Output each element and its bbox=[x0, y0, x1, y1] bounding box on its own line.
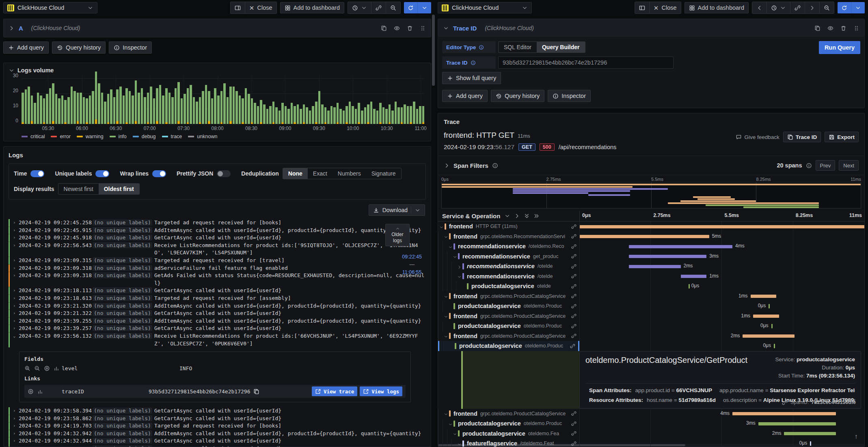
collapse-one-icon[interactable] bbox=[504, 213, 510, 219]
log-row[interactable]: ⌄2024-02-19 09:23:56.132(no unique label… bbox=[9, 332, 426, 347]
refresh-interval-dropdown[interactable] bbox=[851, 2, 865, 13]
close-split-button[interactable]: ✕Close bbox=[245, 2, 276, 13]
target-icon[interactable] bbox=[44, 365, 50, 371]
span-name-cell[interactable]: featureflagservice/oteldemo.Feat bbox=[438, 438, 579, 447]
span-expander[interactable] bbox=[456, 441, 462, 446]
legend-item-info[interactable]: info bbox=[110, 134, 127, 139]
log-row[interactable]: ›2024-02-19 09:23:09.315(no unique label… bbox=[9, 257, 426, 265]
legend-item-trace[interactable]: trace bbox=[162, 134, 182, 139]
span-timeline-cell[interactable]: 1ms bbox=[579, 311, 864, 321]
log-row[interactable]: ›2024-02-19 09:23:58.394(no unique label… bbox=[9, 407, 426, 415]
span-name-cell[interactable]: productcatalogserviceoteldemo.Produc bbox=[438, 301, 579, 311]
log-expand-icon[interactable]: › bbox=[13, 437, 19, 445]
log-row[interactable]: ›2024-02-19 09:23:21.320(no unique label… bbox=[9, 302, 426, 310]
download-button[interactable]: Download bbox=[369, 204, 425, 216]
legend-item-error[interactable]: error bbox=[51, 134, 70, 139]
span-link-icon[interactable] bbox=[571, 264, 579, 269]
legend-item-critical[interactable]: critical bbox=[22, 134, 45, 139]
drag-handle-icon[interactable] bbox=[420, 25, 426, 31]
delete-query-icon[interactable] bbox=[840, 25, 846, 31]
span-expander[interactable] bbox=[451, 431, 458, 436]
add-to-dashboard-button[interactable]: Add to dashboard bbox=[280, 2, 344, 13]
span-duration-bar[interactable] bbox=[743, 334, 794, 338]
span-timeline-cell[interactable]: 2ms bbox=[579, 331, 864, 341]
span-link-icon[interactable] bbox=[571, 421, 579, 426]
expand-all-icon[interactable] bbox=[533, 213, 540, 219]
span-name-cell[interactable]: productcatalogserviceoteldemo.Produc bbox=[438, 419, 579, 429]
span-name-cell[interactable]: frontendgrpc.oteldemo.RecommendationServ… bbox=[438, 232, 579, 242]
close-split-button[interactable]: ✕Close bbox=[649, 2, 681, 13]
span-timeline-cell[interactable]: 3ms bbox=[579, 419, 864, 429]
log-row[interactable]: ›2024-02-19 09:24:47.166(no unique label… bbox=[9, 445, 426, 447]
expand-span-icon[interactable] bbox=[457, 264, 462, 269]
collapse-query-icon[interactable] bbox=[443, 25, 449, 31]
span-duration-bar[interactable] bbox=[784, 432, 836, 435]
log-row[interactable]: ›2024-02-19 09:22:56.543(no unique label… bbox=[9, 242, 426, 257]
span-timeline-cell[interactable]: 3ms bbox=[579, 252, 864, 262]
refresh-button[interactable] bbox=[838, 2, 851, 13]
log-row[interactable]: ›2024-02-19 09:23:21.322(no unique label… bbox=[9, 310, 426, 317]
add-query-button[interactable]: Add query bbox=[3, 41, 49, 54]
span-link-icon[interactable] bbox=[571, 411, 579, 416]
span-duration-bar[interactable] bbox=[769, 304, 770, 308]
span-timeline-cell[interactable]: 0μs bbox=[579, 438, 864, 447]
copy-trace-id-button[interactable]: Trace ID bbox=[783, 132, 821, 142]
dedup-option-exact[interactable]: Exact bbox=[308, 168, 333, 179]
dedup-option-numbers[interactable]: Numbers bbox=[333, 168, 366, 179]
span-expander[interactable] bbox=[451, 254, 458, 258]
log-row[interactable]: ›2024-02-19 09:24:19.703(no unique label… bbox=[9, 422, 426, 430]
span-duration-bar[interactable] bbox=[629, 245, 732, 248]
span-filters-toggle[interactable]: Span Filters bbox=[444, 162, 498, 169]
log-expand-icon[interactable]: › bbox=[13, 265, 19, 272]
log-expand-icon[interactable]: › bbox=[13, 219, 19, 227]
chart-icon[interactable] bbox=[54, 365, 60, 371]
search-minus-icon[interactable] bbox=[34, 365, 40, 371]
span-link-icon[interactable] bbox=[571, 273, 579, 279]
span-duration-bar[interactable] bbox=[771, 324, 773, 328]
collapse-span-icon[interactable] bbox=[444, 411, 448, 416]
target-icon[interactable] bbox=[28, 388, 34, 395]
log-row[interactable]: ›2024-02-19 09:22:45.258(no unique label… bbox=[9, 219, 426, 227]
span-link-icon[interactable] bbox=[571, 441, 579, 446]
minimap-canvas[interactable] bbox=[441, 182, 861, 208]
span-name-cell[interactable]: frontendHTTP GET (11ms) bbox=[438, 221, 579, 232]
span-link-icon[interactable] bbox=[571, 254, 579, 259]
span-duration-bar[interactable] bbox=[629, 255, 706, 258]
log-row[interactable]: ›2024-02-19 09:24:32.944(no unique label… bbox=[9, 437, 426, 445]
collapse-panel-icon[interactable] bbox=[9, 67, 15, 74]
span-link-icon[interactable] bbox=[571, 304, 579, 309]
legend-item-unknown[interactable]: unknown bbox=[188, 134, 217, 139]
permalink-button[interactable] bbox=[371, 2, 386, 13]
split-pane-button[interactable] bbox=[231, 2, 245, 13]
chart-icon[interactable] bbox=[37, 388, 43, 395]
span-link-icon[interactable] bbox=[571, 234, 579, 239]
refresh-interval-dropdown[interactable] bbox=[417, 2, 431, 13]
span-timeline-cell[interactable]: 1ms bbox=[579, 271, 864, 282]
collapse-span-icon[interactable] bbox=[457, 274, 462, 278]
order-option-newest-first[interactable]: Newest first bbox=[58, 184, 99, 194]
log-expand-icon[interactable]: › bbox=[13, 325, 19, 332]
span-duration-bar[interactable] bbox=[681, 275, 707, 278]
collapse-span-icon[interactable] bbox=[444, 294, 448, 298]
time-picker-button[interactable] bbox=[348, 2, 371, 13]
span-expander[interactable] bbox=[443, 411, 449, 416]
zoom-out-button[interactable] bbox=[386, 2, 400, 13]
dedup-option-none[interactable]: None bbox=[283, 168, 308, 179]
next-span-button[interactable]: Next bbox=[839, 160, 859, 171]
toggle-switch[interactable] bbox=[217, 170, 231, 177]
time-shift-back-button[interactable] bbox=[752, 2, 767, 13]
log-expand-icon[interactable]: ⌄ bbox=[13, 332, 19, 347]
span-expander[interactable] bbox=[447, 421, 453, 426]
datasource-picker[interactable]: ClickHouse Cloud bbox=[3, 2, 97, 13]
toggle-switch[interactable] bbox=[152, 170, 166, 177]
datasource-picker[interactable]: ClickHouse Cloud bbox=[438, 2, 532, 13]
span-duration-bar[interactable] bbox=[810, 441, 811, 446]
log-expand-icon[interactable]: › bbox=[13, 302, 19, 310]
older-logs-button[interactable]: Older logs bbox=[385, 224, 410, 246]
log-expand-icon[interactable]: › bbox=[13, 242, 19, 257]
span-expander[interactable] bbox=[438, 224, 445, 229]
span-expander[interactable] bbox=[456, 274, 462, 278]
span-link-icon[interactable] bbox=[570, 343, 578, 349]
span-name-cell[interactable]: productcatalogserviceoteldemo.Fea bbox=[438, 429, 579, 439]
log-row[interactable]: ›2024-02-19 09:22:45.915(no unique label… bbox=[9, 227, 426, 234]
